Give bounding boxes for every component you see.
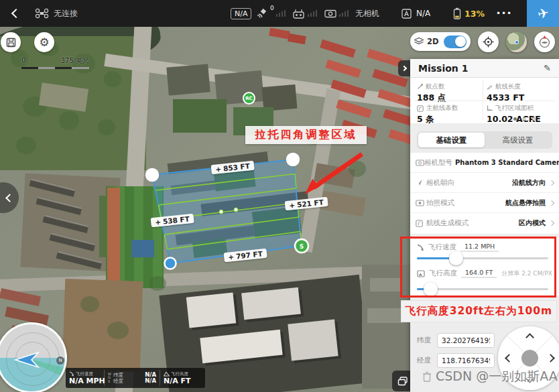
main-lines-icon bbox=[417, 105, 424, 112]
telemetry-lng-value: N/A bbox=[145, 378, 156, 384]
battery-status: 13% bbox=[453, 0, 485, 27]
map-mode-pill: 2D bbox=[410, 32, 471, 51]
takeoff-button[interactable]: ✈ bbox=[527, 0, 559, 27]
camera-icon bbox=[324, 9, 336, 18]
layers-stack-icon bbox=[414, 38, 424, 46]
setting-route-mode[interactable]: 航线生成模式 区内模式 bbox=[410, 213, 559, 233]
speed-slider[interactable] bbox=[417, 257, 548, 259]
chevron-right-icon bbox=[549, 200, 554, 205]
save-mission-button[interactable] bbox=[1, 32, 21, 52]
mission-settings-button[interactable]: ⚙ bbox=[34, 32, 54, 52]
back-button[interactable] bbox=[5, 0, 27, 27]
camera-icon bbox=[416, 159, 424, 166]
gear-icon: ⚙ bbox=[39, 36, 49, 49]
chevron-right-icon bbox=[549, 180, 554, 185]
speed-value: 11.2 MPH bbox=[460, 243, 499, 252]
tab-advanced-settings[interactable]: 高级设置 bbox=[485, 133, 551, 147]
stat-waypoints-value: 188 点 bbox=[417, 92, 487, 104]
telemetry-alt-value: N/A FT bbox=[164, 377, 198, 385]
camera-signal-status: 无相机 bbox=[324, 0, 379, 27]
nudge-left-button[interactable] bbox=[505, 354, 513, 363]
map-2d-label: 2D bbox=[427, 37, 439, 46]
move-handle-icon: + bbox=[289, 201, 296, 210]
corner-handle-top-right[interactable] bbox=[286, 153, 300, 167]
mission-header: Mission 1 ✎ bbox=[410, 59, 559, 78]
wgs-label: WGS bbox=[108, 373, 111, 384]
setting-camera-model[interactable]: 相机型号 Phantom 3 Standard Camera bbox=[410, 153, 559, 173]
crosshair-icon bbox=[483, 36, 494, 48]
camera-signal-bars bbox=[339, 10, 349, 17]
route-mode-icon bbox=[416, 220, 423, 227]
latitude-input[interactable] bbox=[437, 333, 495, 348]
satellite-count: 0 bbox=[270, 5, 274, 11]
chevron-left-icon bbox=[11, 9, 21, 18]
stat-lines-label: 主航线条数 bbox=[426, 104, 458, 113]
trash-icon bbox=[422, 371, 432, 382]
telemetry-lat-label: 纬度 bbox=[113, 372, 123, 378]
move-handle-icon: + bbox=[155, 218, 162, 226]
start-point-label: S bbox=[300, 243, 304, 250]
collapse-panel-tab[interactable] bbox=[398, 60, 410, 76]
speed-slider-thumb[interactable] bbox=[449, 251, 463, 265]
move-handle-icon: + bbox=[215, 165, 222, 174]
watermark: CSDN @一别如斯AA bbox=[422, 368, 558, 385]
battery-percent: 13% bbox=[464, 9, 485, 19]
latitude-label: 纬度 bbox=[417, 336, 433, 345]
annotation-altitude-note: 飞行高度320ft左右为100m bbox=[401, 300, 557, 322]
route-length-icon bbox=[487, 84, 493, 90]
altitude-value: 164.0 FT bbox=[461, 269, 497, 278]
nudge-up-button[interactable] bbox=[525, 333, 534, 342]
chevron-right-icon bbox=[401, 66, 407, 71]
more-menu-button[interactable]: ••• bbox=[489, 0, 519, 27]
altitude-icon bbox=[164, 371, 170, 377]
mission-panel: Mission 1 ✎ 航点数 188 点 航线长度 bbox=[410, 59, 559, 392]
flight-mode-value: N/A bbox=[416, 9, 430, 18]
app-screen: S +853 FT +521 FT +538 FT +797 FT RC 拉托四… bbox=[0, 0, 559, 392]
altitude-slider[interactable] bbox=[417, 288, 548, 290]
nudge-center-button[interactable] bbox=[521, 350, 538, 367]
rc-location-marker: RC bbox=[243, 92, 255, 105]
mission-polygon-overlay: S bbox=[0, 27, 410, 392]
setting-photo-mode[interactable]: 拍照模式 航点悬停拍照 bbox=[410, 193, 559, 213]
telemetry-lng-label: 经度 bbox=[113, 378, 123, 384]
resolution-value: 2.2 CM/PX bbox=[521, 270, 552, 277]
chevron-right-icon bbox=[549, 220, 554, 226]
telemetry-bar: 飞行速度 N/A MPH WGS 纬度N/A 经度N/A 飞行高度 N/A FT bbox=[66, 368, 205, 388]
remote-controller-icon bbox=[292, 9, 305, 19]
stat-area-label: 飞行区域面积 bbox=[495, 104, 534, 113]
annotation-drag-corners: 拉托四角调整区域 bbox=[245, 126, 367, 144]
camera-status: 无相机 bbox=[355, 8, 379, 19]
waypoint-dot bbox=[219, 210, 223, 214]
minimap-position-dot bbox=[515, 40, 519, 44]
attitude-indicator-button[interactable] bbox=[534, 31, 555, 52]
satellite-signal-bars bbox=[276, 10, 286, 17]
longitude-input[interactable] bbox=[437, 353, 495, 368]
waypoint-dot bbox=[234, 208, 238, 212]
move-handle-icon: + bbox=[228, 253, 235, 261]
corner-handle-top-left[interactable] bbox=[145, 168, 160, 182]
nudge-right-button[interactable] bbox=[546, 354, 555, 363]
stat-length-label: 航线长度 bbox=[495, 82, 521, 91]
direction-icon bbox=[416, 179, 423, 186]
tab-basic-settings[interactable]: 基础设置 bbox=[418, 133, 485, 147]
setting-camera-direction[interactable]: 相机朝向 沿航线方向 bbox=[410, 173, 559, 193]
mission-stats: 航点数 188 点 航线长度 4533 FT bbox=[410, 78, 559, 123]
edit-mission-button[interactable]: ✎ bbox=[544, 63, 551, 73]
settings-list: 相机型号 Phantom 3 Standard Camera 相机朝向 沿航线方… bbox=[410, 153, 559, 234]
stat-waypoints-label: 航点数 bbox=[426, 82, 445, 91]
compass-north-badge: N bbox=[56, 356, 64, 365]
mission-title: Mission 1 bbox=[418, 63, 468, 74]
stats-page-dots[interactable] bbox=[513, 117, 536, 121]
flight-mode-icon bbox=[401, 8, 412, 19]
altitude-slider-thumb[interactable] bbox=[424, 282, 438, 296]
minimap-button[interactable] bbox=[506, 31, 527, 52]
altitude-label: 飞行高度 bbox=[429, 269, 457, 278]
map-2d-toggle[interactable] bbox=[444, 36, 467, 48]
drone-icon bbox=[35, 8, 49, 19]
more-icon: ••• bbox=[496, 9, 512, 18]
resolution-label: 分辨率 bbox=[501, 270, 519, 277]
locate-me-button[interactable] bbox=[478, 31, 499, 52]
rc-signal-bars bbox=[308, 10, 317, 17]
satellite-status: 0 bbox=[256, 0, 286, 27]
corner-handle-bottom-left[interactable] bbox=[165, 258, 176, 269]
